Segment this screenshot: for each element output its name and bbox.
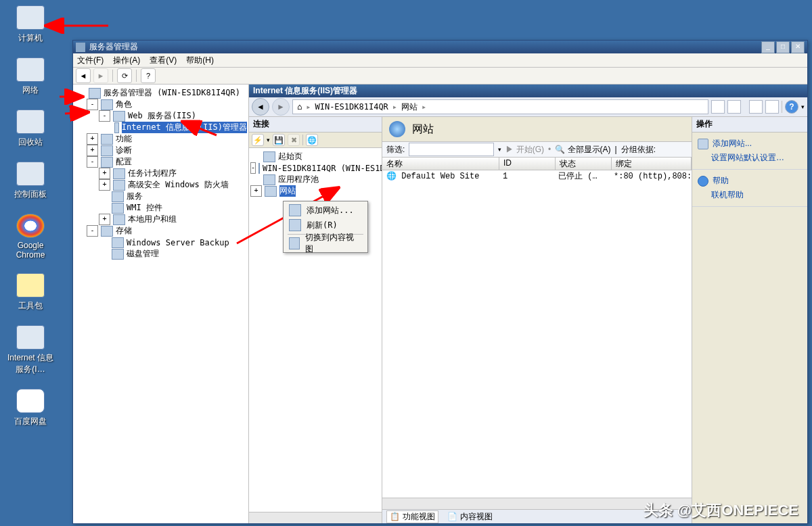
tree-node[interactable]: Windows Server Backup (74, 237, 247, 248)
window-title: 服务器管理器 (89, 41, 138, 53)
start-button[interactable]: ▶ 开始(G) (505, 144, 544, 156)
minimize-button[interactable]: _ (761, 41, 775, 53)
home-icon[interactable]: ⌂ (297, 102, 302, 112)
help-icon[interactable]: ? (141, 68, 156, 83)
filter-input[interactable] (409, 143, 494, 156)
ctx-item[interactable]: 添加网站... (285, 203, 366, 218)
content-view-button[interactable]: 📄 内容视图 (444, 510, 496, 523)
action-online-help[interactable]: 联机帮助 (698, 188, 802, 202)
desktop-icon-toolkit[interactable]: 工具包 (7, 273, 54, 312)
server-manager-tree[interactable]: 服务器管理器 (WIN-ES1DK81I4QR)-角色-Web 服务器(IIS)… (73, 85, 249, 523)
breadcrumb[interactable]: ⌂▸ WIN-ES1DK81I4QR▸ 网站▸ (292, 99, 708, 114)
back-button[interactable]: ◄ (76, 68, 91, 83)
scrollbar-h[interactable] (249, 512, 382, 523)
view-icon (289, 237, 300, 249)
conn-connect-icon[interactable]: ⚡ (252, 134, 264, 146)
nav-home-icon[interactable] (749, 100, 763, 114)
tree-node[interactable]: -配置 (74, 156, 247, 168)
tree-node[interactable]: -角色 (74, 99, 247, 110)
menu-view[interactable]: 查看(V) (150, 55, 177, 66)
menu-bar: 文件(F) 操作(A) 查看(V) 帮助(H) (73, 53, 807, 68)
filter-row: 筛选: ▾ ▶ 开始(G) • 🔍 全部显示(A) | 分组依据: (382, 141, 692, 158)
watermark: 头条 @艾西ONEPIECE (644, 500, 798, 521)
tree-node[interactable]: -存储 (74, 225, 247, 237)
tree-node[interactable]: -Web 服务器(IIS) (74, 110, 247, 122)
tree-node[interactable]: +高级安全 Windows 防火墙 (74, 179, 247, 191)
showall-button[interactable]: 🔍 全部显示(A) (555, 144, 610, 156)
actions-header: 操作 (692, 117, 807, 133)
tree-node[interactable]: +功能 (74, 133, 247, 145)
nav-settings-icon[interactable] (765, 100, 779, 114)
conn-delete-icon[interactable]: ✖ (288, 134, 300, 146)
menu-file[interactable]: 文件(F) (77, 55, 104, 66)
action-set-defaults[interactable]: 设置网站默认设置… (698, 151, 802, 165)
ctx-item[interactable]: 刷新(R) (285, 218, 366, 233)
action-add-site[interactable]: 添加网站... (698, 137, 802, 151)
col-id[interactable]: ID (499, 158, 556, 170)
toolbar: ◄ ► ⟳ ? (73, 68, 807, 85)
desktop-icon-iis[interactable]: Internet 信息服务(I… (7, 325, 54, 375)
connections-tree[interactable]: 起始页-WIN-ES1DK81I4QR (WIN-ES1DK81I4…应用程序池… (249, 148, 382, 512)
tree-node[interactable]: +本地用户和组 (74, 214, 247, 225)
col-binding[interactable]: 绑定 (612, 158, 692, 170)
actions-pane: 操作 添加网站... 设置网站默认设置… 帮助 联机帮助 (692, 117, 807, 523)
features-view-button[interactable]: 📋 功能视图 (386, 510, 438, 523)
context-menu: 添加网站...刷新(R)切换到内容视图 (283, 201, 368, 253)
filter-label: 筛选: (386, 144, 405, 156)
groupby-label: 分组依据: (621, 144, 656, 156)
conn-tree-node[interactable]: -WIN-ES1DK81I4QR (WIN-ES1DK81I4… (250, 162, 380, 174)
server-manager-window: 服务器管理器 _ □ ✕ 文件(F) 操作(A) 查看(V) 帮助(H) ◄ ►… (72, 40, 808, 524)
maximize-button[interactable]: □ (776, 41, 790, 53)
nav-back-button[interactable]: ◄ (252, 98, 269, 116)
conn-tree-node[interactable]: 起始页 (250, 151, 380, 162)
connections-pane: 连接 ⚡ ▾ 💾 ✖ 🌐 起始页-WIN-ES1DK81I4QR (WIN-ES… (249, 117, 382, 523)
col-name[interactable]: 名称 (382, 158, 499, 170)
conn-tree-node[interactable]: 应用程序池 (250, 174, 380, 185)
col-status[interactable]: 状态 (556, 158, 612, 170)
desktop-icons: 计算机 网络 回收站 控制面板 Google Chrome 工具包 Intern… (7, 5, 54, 427)
tree-node[interactable]: +诊断 (74, 145, 247, 156)
window-titlebar[interactable]: 服务器管理器 _ □ ✕ (73, 41, 807, 53)
app-icon (76, 43, 85, 52)
desktop-icon-chrome[interactable]: Google Chrome (7, 214, 54, 260)
refresh-icon (289, 219, 301, 231)
action-help[interactable]: 帮助 (698, 174, 802, 188)
conn-tree-node[interactable]: +网站 (250, 185, 380, 197)
desktop-icon-controlpanel[interactable]: 控制面板 (7, 162, 54, 200)
menu-action[interactable]: 操作(A) (113, 55, 140, 66)
conn-sites-icon[interactable]: 🌐 (306, 134, 318, 146)
help-icon[interactable]: ? (785, 100, 798, 114)
tree-node[interactable]: WMI 控件 (74, 202, 247, 214)
nav-stop-icon[interactable] (727, 100, 741, 114)
desktop-icon-network[interactable]: 网络 (7, 57, 54, 96)
sites-list[interactable]: 🌐 Default Web Site1已停止 (…*:80 (http),808… (382, 170, 692, 498)
forward-button[interactable]: ► (93, 68, 108, 83)
desktop-icon-computer[interactable]: 计算机 (7, 5, 54, 44)
globe-icon (698, 139, 708, 149)
nav-refresh-icon[interactable] (711, 100, 725, 114)
tree-node[interactable]: Internet 信息服务(IIS)管理器 (74, 122, 247, 133)
tree-node[interactable]: +任务计划程序 (74, 168, 247, 179)
sites-icon (389, 121, 405, 137)
desktop-icon-recyclebin[interactable]: 回收站 (7, 110, 54, 148)
iis-title: Internet 信息服务(IIS)管理器 (249, 85, 807, 97)
tree-node[interactable]: 服务 (74, 191, 247, 202)
content-title: 网站 (412, 122, 434, 137)
list-header[interactable]: 名称 ID 状态 绑定 (382, 158, 692, 170)
conn-save-icon[interactable]: 💾 (273, 134, 285, 146)
iis-manager: Internet 信息服务(IIS)管理器 ◄ ► ⌂▸ WIN-ES1DK81… (249, 85, 807, 523)
globe-icon (289, 204, 301, 216)
close-button[interactable]: ✕ (791, 41, 805, 53)
nav-forward-button[interactable]: ► (272, 98, 290, 116)
menu-help[interactable]: 帮助(H) (186, 55, 214, 66)
tree-node[interactable]: 磁盘管理 (74, 248, 247, 260)
help-icon (698, 176, 708, 187)
ctx-item[interactable]: 切换到内容视图 (285, 236, 366, 251)
desktop-icon-baidupan[interactable]: 百度网盘 (7, 389, 54, 427)
site-row[interactable]: 🌐 Default Web Site1已停止 (…*:80 (http),808… (382, 170, 692, 182)
refresh-icon[interactable]: ⟳ (117, 68, 132, 83)
tree-node[interactable]: 服务器管理器 (WIN-ES1DK81I4QR) (74, 87, 247, 99)
content-pane: 网站 筛选: ▾ ▶ 开始(G) • 🔍 全部显示(A) | 分组依据: 名称 (382, 117, 692, 523)
connections-header: 连接 (249, 117, 382, 133)
content-header: 网站 (382, 117, 692, 141)
